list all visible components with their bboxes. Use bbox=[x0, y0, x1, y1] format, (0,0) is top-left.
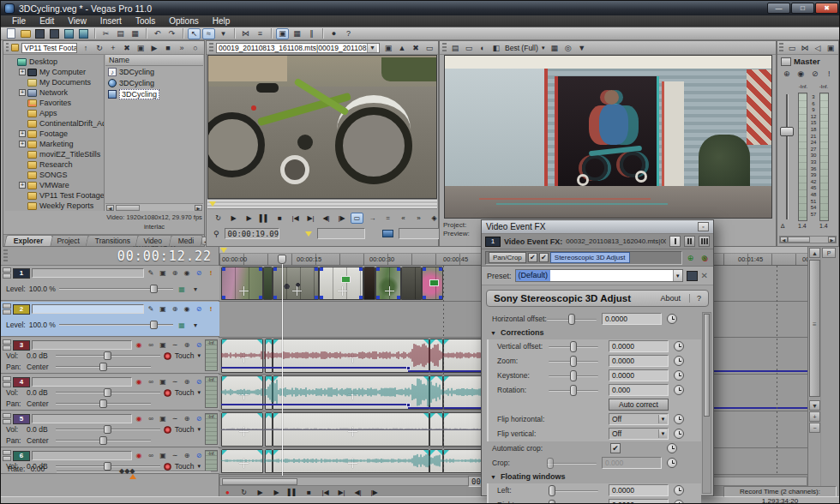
tree-item-favorites[interactable]: Favorites bbox=[5, 98, 104, 108]
automation-settings-icon[interactable]: ◉ bbox=[795, 68, 807, 79]
volume-slider[interactable] bbox=[56, 387, 160, 398]
fade-in-handle[interactable] bbox=[273, 376, 279, 381]
paste-icon[interactable]: ▦ bbox=[129, 28, 141, 39]
event-pan-crop-icon[interactable] bbox=[239, 427, 249, 436]
add-plugin-icon[interactable]: ⊕ bbox=[685, 252, 696, 263]
auto-preview-icon[interactable]: » bbox=[176, 42, 188, 53]
tree-item-vmware[interactable]: +VMWare bbox=[5, 180, 104, 190]
input-monitor-icon[interactable]: ▣ bbox=[158, 414, 168, 423]
menu-file[interactable]: File bbox=[6, 16, 32, 26]
previous-frame-button[interactable]: ◀| bbox=[320, 213, 333, 224]
event-pan-crop-icon[interactable] bbox=[348, 390, 357, 399]
close-icon[interactable]: ▫ bbox=[698, 222, 709, 231]
param-value-field[interactable]: 0.0000 bbox=[609, 369, 669, 381]
video-event[interactable] bbox=[263, 267, 273, 300]
menu-insert[interactable]: Insert bbox=[94, 16, 128, 26]
interactive-tutorials-icon[interactable]: ● bbox=[327, 28, 340, 39]
video-event[interactable] bbox=[319, 267, 363, 300]
next-frame-button[interactable]: |▶ bbox=[335, 213, 348, 224]
more-icon[interactable]: ▾ bbox=[190, 321, 201, 330]
dialog-title-bar[interactable]: Video Event FX ▫ bbox=[482, 220, 713, 234]
fade-out-handle[interactable] bbox=[437, 376, 442, 381]
tree-item-moviez-titlestills[interactable]: moviEZ_TitleStills bbox=[5, 149, 104, 159]
downmix-output-icon[interactable]: ⋈ bbox=[799, 42, 811, 53]
project-video-properties-icon[interactable]: ▤ bbox=[449, 42, 461, 53]
composite-mode-icon[interactable]: ▣ bbox=[158, 304, 168, 314]
param-slider-thumb[interactable] bbox=[549, 485, 555, 496]
invert-track-phase-icon[interactable]: ∞ bbox=[146, 451, 156, 460]
scroll-down-icon[interactable]: ▼ bbox=[809, 400, 820, 411]
track-fx-icon[interactable]: ⊕ bbox=[182, 377, 192, 387]
animate-clock-icon[interactable] bbox=[674, 356, 684, 366]
volume-slider[interactable] bbox=[56, 424, 160, 435]
fade-out-handle[interactable] bbox=[423, 450, 429, 455]
fade-out-handle[interactable] bbox=[267, 450, 272, 455]
chevron-down-icon[interactable]: ▾ bbox=[197, 426, 201, 433]
create-subclip-icon[interactable]: ▲ bbox=[396, 42, 408, 53]
fit-to-window-button[interactable]: = bbox=[381, 213, 394, 224]
fade-in-handle[interactable] bbox=[430, 376, 435, 381]
chevron-down-icon[interactable]: ▼ bbox=[673, 270, 682, 281]
audio-event[interactable] bbox=[429, 375, 443, 410]
pan-slider[interactable] bbox=[56, 399, 151, 409]
ignore-event-grouping-icon[interactable]: ▦ bbox=[291, 28, 303, 39]
delete-preset-icon[interactable]: ✕ bbox=[701, 271, 708, 280]
copy-icon[interactable]: ▤ bbox=[114, 28, 127, 39]
param-dropdown[interactable]: Off▼ bbox=[609, 428, 669, 440]
slider-thumb[interactable] bbox=[104, 388, 111, 397]
video-event[interactable] bbox=[422, 267, 443, 300]
slider-thumb[interactable] bbox=[99, 399, 107, 408]
go-to-start-button[interactable]: |◀ bbox=[289, 213, 302, 224]
composite-level-icon[interactable]: ▦ bbox=[177, 321, 187, 330]
insert-bus-icon[interactable]: ▭ bbox=[786, 42, 798, 53]
file-list-header-name[interactable]: Name bbox=[105, 55, 203, 66]
tree-item-desktop[interactable]: Desktop bbox=[5, 57, 104, 67]
track-name-field[interactable] bbox=[32, 304, 144, 314]
fade-in-handle[interactable] bbox=[430, 450, 435, 455]
param-slider-thumb[interactable] bbox=[570, 385, 577, 396]
param-value-field[interactable]: 0.0000 bbox=[609, 355, 669, 367]
animate-clock-icon[interactable] bbox=[667, 314, 677, 324]
tab-transitions[interactable]: Transitions bbox=[86, 235, 141, 246]
track-envelopes-icon[interactable]: ∼ bbox=[170, 414, 180, 423]
video-output-fx-icon[interactable]: ◐ bbox=[477, 42, 489, 53]
automation-gear-icon[interactable] bbox=[164, 389, 171, 397]
dim-output-icon[interactable]: ◁ bbox=[812, 42, 824, 53]
volume-envelope[interactable] bbox=[221, 367, 408, 369]
play-from-start-button[interactable]: ▶ bbox=[227, 213, 240, 224]
expander-icon[interactable]: + bbox=[19, 69, 26, 75]
restore-track-icon[interactable] bbox=[3, 273, 11, 279]
fade-out-handle[interactable] bbox=[423, 376, 429, 381]
parent-composite-icon[interactable]: ⊕ bbox=[170, 304, 180, 314]
arm-for-record-icon[interactable]: ◉ bbox=[134, 414, 144, 423]
enable-trimmer-history-button[interactable]: ▭ bbox=[351, 213, 363, 224]
animate-clock-icon[interactable] bbox=[674, 385, 684, 395]
slider-thumb[interactable] bbox=[150, 285, 158, 293]
fade-out-handle[interactable] bbox=[257, 450, 262, 455]
panel-grip[interactable] bbox=[779, 43, 783, 53]
audio-event[interactable] bbox=[221, 449, 263, 473]
fade-out-handle[interactable] bbox=[437, 413, 442, 418]
preview-on-external-monitor-icon[interactable]: ▭ bbox=[463, 42, 475, 53]
video-track-header-2[interactable]: 2✎▣⊕◉⊘!Level:100.0 %▦▾ bbox=[1, 302, 219, 337]
parameters-vscrollbar[interactable] bbox=[702, 312, 711, 494]
video-event[interactable] bbox=[363, 267, 375, 300]
fade-in-handle[interactable] bbox=[444, 376, 449, 381]
trimmer-scrub-bar[interactable] bbox=[207, 199, 437, 209]
delete-icon[interactable]: ✖ bbox=[121, 42, 133, 53]
fade-in-handle[interactable] bbox=[444, 413, 449, 418]
fade-out-handle[interactable] bbox=[423, 413, 429, 418]
fade-out-handle[interactable] bbox=[257, 339, 262, 345]
expander-icon[interactable]: + bbox=[19, 141, 26, 147]
param-value-field[interactable]: 0.0000 bbox=[609, 484, 669, 496]
cursor-timecode-display[interactable]: 00:00:12.22 bbox=[117, 249, 212, 264]
param-value-field[interactable]: 0.0000 bbox=[602, 313, 662, 325]
timeline-vscrollbar[interactable]: ▲ ▼+− bbox=[807, 247, 820, 498]
scroll-left-icon[interactable]: ◀ bbox=[106, 205, 114, 211]
tab-explorer[interactable]: Explorer bbox=[4, 235, 53, 246]
pan-slider[interactable] bbox=[56, 435, 151, 446]
pin-button[interactable]: P bbox=[822, 248, 836, 258]
param-checkbox[interactable]: ✔ bbox=[610, 443, 621, 453]
trimmer-timecode[interactable]: 00:00:19.09 bbox=[225, 228, 279, 239]
solo-icon[interactable]: ! bbox=[206, 268, 216, 278]
